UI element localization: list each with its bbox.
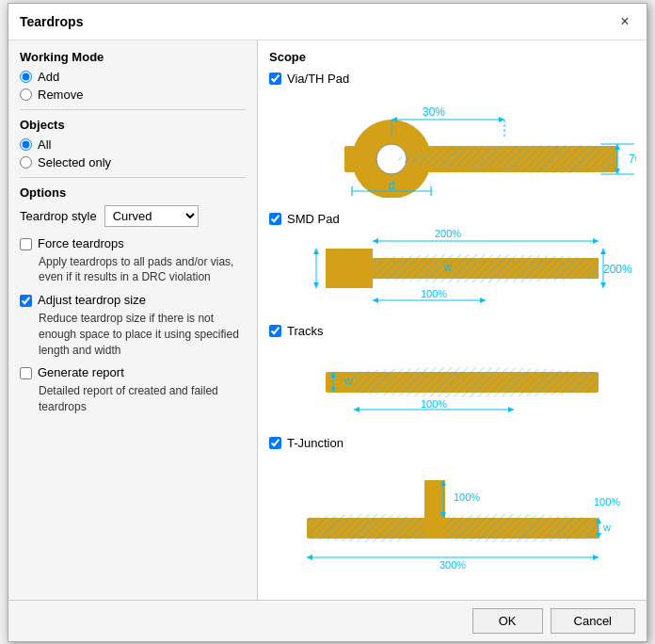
smd-row: SMD Pad [269,212,635,226]
via-checkbox[interactable] [269,72,281,85]
svg-text:200%: 200% [435,230,461,239]
scope-label: Scope [269,50,635,64]
via-label: Via/TH Pad [287,72,349,86]
svg-text:d: d [389,179,395,192]
all-radio-input[interactable] [20,138,32,151]
adjust-size-row: Adjust teardrop size [20,293,246,307]
selected-only-label: Selected only [38,155,111,169]
adjust-size-desc: Reduce teardrop size if there is not eno… [39,311,246,358]
force-teardrops-row: Force teardrops [20,236,246,250]
cancel-button[interactable]: Cancel [551,608,635,634]
working-mode-group: Add Remove [20,70,246,102]
teardrops-dialog: Teardrops × Working Mode Add Remove Obje… [8,3,647,642]
tj-section: T-Junction [269,436,635,574]
objects-group: All Selected only [20,137,246,169]
all-label: All [38,137,51,152]
adjust-size-checkbox[interactable] [20,295,32,307]
via-section: Via/TH Pad [269,72,635,201]
svg-text:w: w [443,261,453,274]
adjust-size-label: Adjust teardrop size [38,293,146,307]
svg-text:30%: 30% [423,105,445,119]
dialog-content: Working Mode Add Remove Objects All [8,40,647,600]
svg-text:w: w [602,522,611,533]
tracks-row: Tracks [269,324,635,338]
working-mode-label: Working Mode [20,50,246,64]
tj-diagram: 100% w 300% 100% [269,454,636,572]
generate-report-label: Generate report [38,365,124,379]
selected-only-radio-input[interactable] [20,156,32,169]
svg-marker-36 [313,249,319,254]
svg-text:100%: 100% [454,491,480,503]
tj-label: T-Junction [287,436,343,450]
via-diagram: 30% 70% d [269,89,636,198]
remove-radio-input[interactable] [20,89,32,101]
right-panel: Scope Via/TH Pad [258,40,647,600]
svg-marker-29 [600,249,606,254]
tj-checkbox[interactable] [269,437,281,449]
svg-text:w: w [343,375,353,388]
remove-radio[interactable]: Remove [20,88,246,102]
force-teardrops-checkbox[interactable] [20,238,32,250]
svg-text:100%: 100% [594,496,620,507]
add-radio-input[interactable] [20,71,32,83]
smd-diagram: w 200% 100% [269,230,636,310]
svg-marker-47 [508,407,514,412]
svg-marker-32 [373,298,378,303]
tracks-section: Tracks w [269,324,635,425]
close-button[interactable]: × [615,11,635,32]
smd-checkbox[interactable] [269,213,281,225]
smd-label: SMD Pad [287,212,340,226]
svg-rect-21 [326,249,373,288]
svg-text:100%: 100% [421,398,447,410]
svg-text:300%: 300% [439,559,466,571]
dialog-footer: OK Cancel [8,600,647,641]
svg-text:70%: 70% [629,153,636,166]
svg-marker-17 [499,117,504,122]
style-row: Teardrop style Curved Straight [20,205,246,227]
dialog-title: Teardrops [20,14,83,29]
svg-text:200%: 200% [603,263,632,276]
svg-marker-46 [354,407,359,412]
remove-label: Remove [38,88,83,102]
generate-report-checkbox[interactable] [20,367,32,379]
ok-button[interactable]: OK [472,608,543,634]
svg-marker-61 [307,555,312,560]
teardrop-style-label: Teardrop style [20,209,97,223]
svg-marker-62 [593,555,599,560]
all-radio[interactable]: All [20,137,246,152]
svg-text:100%: 100% [421,288,447,299]
force-teardrops-desc: Apply teardrops to all pads and/or vias,… [39,254,246,286]
left-panel: Working Mode Add Remove Objects All [8,40,258,600]
tj-row: T-Junction [269,436,635,450]
tracks-checkbox[interactable] [269,325,281,337]
tracks-label: Tracks [287,324,324,338]
svg-marker-37 [313,282,319,288]
generate-report-row: Generate report [20,365,246,379]
divider-1 [20,109,246,110]
options-label: Options [20,185,246,200]
tracks-diagram: w 100% [269,342,636,422]
titlebar: Teardrops × [8,4,647,40]
generate-report-desc: Detailed report of created and failed te… [39,383,246,415]
divider-2 [20,177,246,178]
svg-marker-25 [373,238,378,244]
objects-label: Objects [20,118,246,132]
add-radio[interactable]: Add [20,70,246,84]
add-label: Add [38,70,59,84]
teardrop-style-select[interactable]: Curved Straight [104,205,199,227]
selected-only-radio[interactable]: Selected only [20,155,246,169]
force-teardrops-label: Force teardrops [38,236,124,250]
smd-section: SMD Pad w [269,212,635,313]
svg-marker-26 [593,238,599,244]
via-row: Via/TH Pad [269,72,635,86]
svg-marker-33 [480,298,486,303]
svg-marker-30 [600,282,606,288]
